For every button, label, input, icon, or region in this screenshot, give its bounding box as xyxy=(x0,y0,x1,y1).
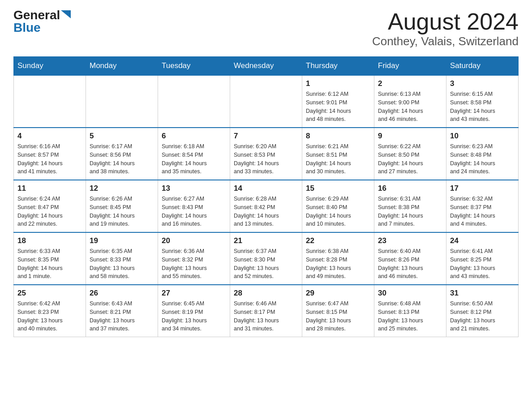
calendar-cell: 12Sunrise: 6:26 AM Sunset: 8:45 PM Dayli… xyxy=(86,180,158,232)
weekday-header-tuesday: Tuesday xyxy=(158,57,230,76)
day-info: Sunrise: 6:32 AM Sunset: 8:37 PM Dayligh… xyxy=(450,195,515,228)
day-info: Sunrise: 6:13 AM Sunset: 9:00 PM Dayligh… xyxy=(378,90,442,124)
calendar-cell: 13Sunrise: 6:27 AM Sunset: 8:43 PM Dayli… xyxy=(158,180,230,232)
calendar-cell: 4Sunrise: 6:16 AM Sunset: 8:57 PM Daylig… xyxy=(14,128,86,180)
day-number: 26 xyxy=(90,289,154,298)
day-info: Sunrise: 6:37 AM Sunset: 8:30 PM Dayligh… xyxy=(234,247,298,281)
week-row-2: 4Sunrise: 6:16 AM Sunset: 8:57 PM Daylig… xyxy=(14,128,519,180)
calendar-cell: 19Sunrise: 6:35 AM Sunset: 8:33 PM Dayli… xyxy=(86,232,158,285)
day-info: Sunrise: 6:31 AM Sunset: 8:38 PM Dayligh… xyxy=(378,195,442,228)
day-info: Sunrise: 6:46 AM Sunset: 8:17 PM Dayligh… xyxy=(234,300,298,333)
day-info: Sunrise: 6:16 AM Sunset: 8:57 PM Dayligh… xyxy=(17,142,82,176)
calendar-cell: 26Sunrise: 6:43 AM Sunset: 8:21 PM Dayli… xyxy=(86,285,158,337)
day-number: 9 xyxy=(378,132,442,141)
calendar-cell: 1Sunrise: 6:12 AM Sunset: 9:01 PM Daylig… xyxy=(302,75,374,128)
day-info: Sunrise: 6:23 AM Sunset: 8:48 PM Dayligh… xyxy=(450,142,515,176)
day-number: 13 xyxy=(162,184,226,193)
calendar-cell: 28Sunrise: 6:46 AM Sunset: 8:17 PM Dayli… xyxy=(230,285,302,337)
day-info: Sunrise: 6:36 AM Sunset: 8:32 PM Dayligh… xyxy=(162,247,226,281)
day-info: Sunrise: 6:28 AM Sunset: 8:42 PM Dayligh… xyxy=(234,195,298,228)
day-number: 31 xyxy=(450,289,515,298)
calendar-cell: 31Sunrise: 6:50 AM Sunset: 8:12 PM Dayli… xyxy=(446,285,519,337)
calendar-cell: 22Sunrise: 6:38 AM Sunset: 8:28 PM Dayli… xyxy=(302,232,374,285)
weekday-header-thursday: Thursday xyxy=(302,57,374,76)
day-info: Sunrise: 6:26 AM Sunset: 8:45 PM Dayligh… xyxy=(90,195,154,228)
calendar-cell xyxy=(86,75,158,128)
day-number: 7 xyxy=(234,132,298,141)
svg-marker-0 xyxy=(61,10,71,18)
calendar-cell xyxy=(14,75,86,128)
calendar-cell: 29Sunrise: 6:47 AM Sunset: 8:15 PM Dayli… xyxy=(302,285,374,337)
day-info: Sunrise: 6:40 AM Sunset: 8:26 PM Dayligh… xyxy=(378,247,442,281)
day-number: 2 xyxy=(378,79,442,88)
day-info: Sunrise: 6:33 AM Sunset: 8:35 PM Dayligh… xyxy=(17,247,82,281)
day-info: Sunrise: 6:22 AM Sunset: 8:50 PM Dayligh… xyxy=(378,142,442,176)
calendar-cell: 8Sunrise: 6:21 AM Sunset: 8:51 PM Daylig… xyxy=(302,128,374,180)
calendar-cell: 2Sunrise: 6:13 AM Sunset: 9:00 PM Daylig… xyxy=(374,75,446,128)
calendar-cell: 3Sunrise: 6:15 AM Sunset: 8:58 PM Daylig… xyxy=(446,75,519,128)
day-number: 6 xyxy=(162,132,226,141)
logo-triangle-icon xyxy=(61,10,71,18)
day-number: 19 xyxy=(90,236,154,245)
calendar-cell: 20Sunrise: 6:36 AM Sunset: 8:32 PM Dayli… xyxy=(158,232,230,285)
logo-blue-text: Blue xyxy=(13,21,41,34)
day-number: 30 xyxy=(378,289,442,298)
calendar-cell: 21Sunrise: 6:37 AM Sunset: 8:30 PM Dayli… xyxy=(230,232,302,285)
calendar-table: SundayMondayTuesdayWednesdayThursdayFrid… xyxy=(13,56,519,337)
day-info: Sunrise: 6:20 AM Sunset: 8:53 PM Dayligh… xyxy=(234,142,298,176)
week-row-5: 25Sunrise: 6:42 AM Sunset: 8:23 PM Dayli… xyxy=(14,285,519,337)
day-info: Sunrise: 6:12 AM Sunset: 9:01 PM Dayligh… xyxy=(306,90,370,124)
calendar-cell: 25Sunrise: 6:42 AM Sunset: 8:23 PM Dayli… xyxy=(14,285,86,337)
logo: General Blue xyxy=(13,9,71,34)
logo-general-text: General xyxy=(13,9,60,21)
calendar-cell: 11Sunrise: 6:24 AM Sunset: 8:47 PM Dayli… xyxy=(14,180,86,232)
calendar-cell: 30Sunrise: 6:48 AM Sunset: 8:13 PM Dayli… xyxy=(374,285,446,337)
day-info: Sunrise: 6:45 AM Sunset: 8:19 PM Dayligh… xyxy=(162,300,226,333)
week-row-4: 18Sunrise: 6:33 AM Sunset: 8:35 PM Dayli… xyxy=(14,232,519,285)
day-number: 24 xyxy=(450,236,515,245)
day-info: Sunrise: 6:27 AM Sunset: 8:43 PM Dayligh… xyxy=(162,195,226,228)
day-info: Sunrise: 6:21 AM Sunset: 8:51 PM Dayligh… xyxy=(306,142,370,176)
weekday-header-friday: Friday xyxy=(374,57,446,76)
calendar-cell: 17Sunrise: 6:32 AM Sunset: 8:37 PM Dayli… xyxy=(446,180,519,232)
day-number: 11 xyxy=(17,184,82,193)
calendar-cell xyxy=(230,75,302,128)
week-row-3: 11Sunrise: 6:24 AM Sunset: 8:47 PM Dayli… xyxy=(14,180,519,232)
day-number: 3 xyxy=(450,79,515,88)
day-number: 22 xyxy=(306,236,370,245)
day-number: 18 xyxy=(17,236,82,245)
calendar-cell xyxy=(158,75,230,128)
day-info: Sunrise: 6:29 AM Sunset: 8:40 PM Dayligh… xyxy=(306,195,370,228)
day-number: 29 xyxy=(306,289,370,298)
calendar-cell: 14Sunrise: 6:28 AM Sunset: 8:42 PM Dayli… xyxy=(230,180,302,232)
calendar-cell: 10Sunrise: 6:23 AM Sunset: 8:48 PM Dayli… xyxy=(446,128,519,180)
calendar-cell: 7Sunrise: 6:20 AM Sunset: 8:53 PM Daylig… xyxy=(230,128,302,180)
day-info: Sunrise: 6:18 AM Sunset: 8:54 PM Dayligh… xyxy=(162,142,226,176)
calendar-cell: 24Sunrise: 6:41 AM Sunset: 8:25 PM Dayli… xyxy=(446,232,519,285)
day-number: 20 xyxy=(162,236,226,245)
day-info: Sunrise: 6:15 AM Sunset: 8:58 PM Dayligh… xyxy=(450,90,515,124)
day-info: Sunrise: 6:47 AM Sunset: 8:15 PM Dayligh… xyxy=(306,300,370,333)
day-info: Sunrise: 6:42 AM Sunset: 8:23 PM Dayligh… xyxy=(17,300,82,333)
weekday-header-wednesday: Wednesday xyxy=(230,57,302,76)
day-number: 17 xyxy=(450,184,515,193)
day-info: Sunrise: 6:48 AM Sunset: 8:13 PM Dayligh… xyxy=(378,300,442,333)
day-number: 23 xyxy=(378,236,442,245)
day-number: 15 xyxy=(306,184,370,193)
page-header: General Blue August 2024 Conthey, Valais… xyxy=(13,9,519,48)
day-number: 1 xyxy=(306,79,370,88)
calendar-cell: 9Sunrise: 6:22 AM Sunset: 8:50 PM Daylig… xyxy=(374,128,446,180)
day-number: 28 xyxy=(234,289,298,298)
week-row-1: 1Sunrise: 6:12 AM Sunset: 9:01 PM Daylig… xyxy=(14,75,519,128)
day-info: Sunrise: 6:38 AM Sunset: 8:28 PM Dayligh… xyxy=(306,247,370,281)
day-number: 4 xyxy=(17,132,82,141)
day-number: 21 xyxy=(234,236,298,245)
calendar-header-row: SundayMondayTuesdayWednesdayThursdayFrid… xyxy=(14,57,519,76)
day-info: Sunrise: 6:24 AM Sunset: 8:47 PM Dayligh… xyxy=(17,195,82,228)
location-title: Conthey, Valais, Switzerland xyxy=(372,34,519,48)
title-block: August 2024 Conthey, Valais, Switzerland xyxy=(372,9,519,48)
day-info: Sunrise: 6:41 AM Sunset: 8:25 PM Dayligh… xyxy=(450,247,515,281)
calendar-cell: 15Sunrise: 6:29 AM Sunset: 8:40 PM Dayli… xyxy=(302,180,374,232)
day-number: 14 xyxy=(234,184,298,193)
calendar-cell: 6Sunrise: 6:18 AM Sunset: 8:54 PM Daylig… xyxy=(158,128,230,180)
